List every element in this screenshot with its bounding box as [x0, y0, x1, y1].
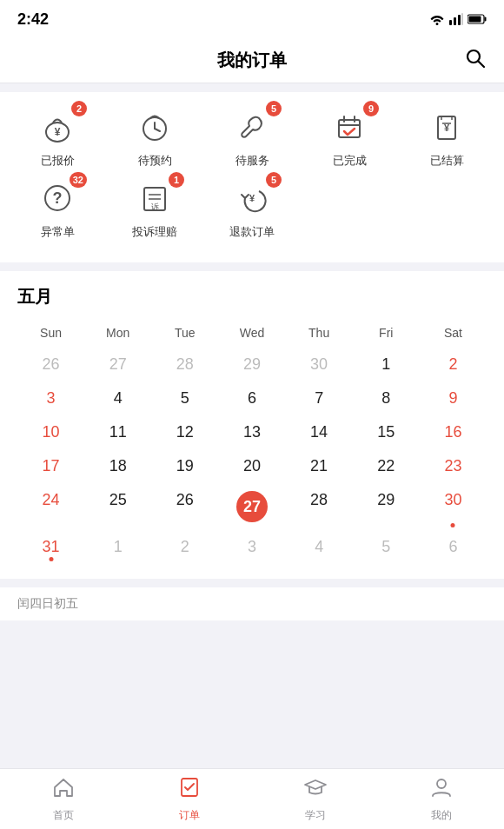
day-mon: Mon: [84, 322, 151, 343]
cal-day-15[interactable]: 15: [353, 416, 420, 448]
pending-appt-label: 待预约: [138, 153, 172, 169]
order-item-complaint[interactable]: 诉 1 投诉理赔: [116, 177, 194, 240]
cal-day-6-jun[interactable]: 6: [420, 531, 487, 563]
tab-profile[interactable]: 我的: [378, 775, 504, 823]
cal-day-30[interactable]: 30: [420, 484, 487, 529]
cal-day-5-jun[interactable]: 5: [353, 531, 420, 563]
day-sat: Sat: [420, 322, 487, 343]
cal-day-26-apr[interactable]: 26: [17, 348, 84, 381]
calendar-week-6: 31 1 2 3 4 5 6: [17, 531, 487, 563]
order-item-pending-appt[interactable]: 待预约: [116, 106, 194, 169]
refund-label: 退款订单: [229, 224, 275, 240]
cal-day-5[interactable]: 5: [151, 382, 218, 414]
order-item-completed[interactable]: 9 已完成: [310, 106, 388, 169]
pending-service-badge: 5: [266, 101, 282, 116]
orders-icon: [177, 775, 202, 806]
calendar-grid: Sun Mon Tue Wed Thu Fri Sat 26 27 28 29 …: [17, 322, 487, 563]
order-status-section: ¥ 2 已报价 待预约: [0, 92, 504, 262]
cal-day-3[interactable]: 3: [17, 382, 84, 414]
quoted-label: 已报价: [41, 153, 75, 169]
order-item-quoted[interactable]: ¥ 2 已报价: [18, 106, 96, 169]
cal-day-19[interactable]: 19: [151, 450, 218, 482]
svg-text:¥: ¥: [444, 123, 450, 133]
tab-profile-label: 我的: [431, 808, 452, 823]
cal-day-2[interactable]: 2: [420, 348, 487, 381]
cal-day-28-apr[interactable]: 28: [151, 348, 218, 381]
cal-day-26[interactable]: 26: [151, 484, 218, 529]
cal-day-29[interactable]: 29: [353, 484, 420, 529]
tab-study[interactable]: 学习: [252, 775, 378, 823]
day-thu: Thu: [286, 322, 353, 343]
home-icon: [51, 775, 76, 806]
cal-day-29-apr[interactable]: 29: [218, 348, 285, 381]
order-item-refund[interactable]: ¥ 5 退款订单: [213, 177, 291, 240]
completed-icon-wrap: 9: [328, 106, 370, 148]
cal-day-3-jun[interactable]: 3: [218, 531, 285, 563]
cal-day-1-jun[interactable]: 1: [84, 531, 151, 563]
receipt-icon: ¥: [426, 106, 468, 148]
pending-appt-icon-wrap: [134, 106, 176, 148]
cal-day-11[interactable]: 11: [84, 416, 151, 448]
cal-day-1[interactable]: 1: [353, 348, 420, 381]
refund-icon-wrap: ¥ 5: [231, 177, 273, 219]
cal-day-16[interactable]: 16: [420, 416, 487, 448]
calendar-month: 五月: [17, 285, 487, 308]
search-button[interactable]: [464, 47, 487, 75]
cal-day-31[interactable]: 31: [17, 531, 84, 563]
order-item-settled[interactable]: ¥ 已结算: [408, 106, 486, 169]
cal-day-17[interactable]: 17: [17, 450, 84, 482]
abnormal-label: 异常单: [41, 224, 75, 240]
tab-orders[interactable]: 订单: [126, 775, 252, 823]
status-time: 2:42: [17, 10, 49, 29]
svg-line-13: [155, 129, 160, 131]
cal-day-10[interactable]: 10: [17, 416, 84, 448]
svg-text:¥: ¥: [55, 126, 61, 138]
cal-day-13[interactable]: 13: [218, 416, 285, 448]
order-item-abnormal[interactable]: ? 32 异常单: [18, 177, 96, 240]
svg-rect-0: [449, 20, 452, 25]
cal-day-23[interactable]: 23: [420, 450, 487, 482]
order-row-1: ¥ 2 已报价 待预约: [9, 106, 495, 169]
complaint-icon-wrap: 诉 1: [134, 177, 176, 219]
clock-icon: [134, 106, 176, 148]
complaint-label: 投诉理赔: [132, 224, 177, 240]
cal-day-12[interactable]: 12: [151, 416, 218, 448]
completed-label: 已完成: [333, 153, 367, 169]
calendar-header-row: Sun Mon Tue Wed Thu Fri Sat: [17, 322, 487, 343]
cal-day-2-jun[interactable]: 2: [151, 531, 218, 563]
svg-rect-14: [339, 120, 360, 137]
wifi-icon: [429, 13, 445, 25]
cal-day-25[interactable]: 25: [84, 484, 151, 529]
tab-bar: 首页 订单 学习 我的: [0, 768, 504, 829]
cal-day-21[interactable]: 21: [286, 450, 353, 482]
cal-day-20[interactable]: 20: [218, 450, 285, 482]
cal-day-7[interactable]: 7: [286, 382, 353, 414]
quoted-icon-wrap: ¥ 2: [36, 106, 78, 148]
complaint-badge: 1: [169, 172, 184, 188]
cal-day-30-apr[interactable]: 30: [286, 348, 353, 381]
calendar-week-5: 24 25 26 27 28 29 30: [17, 484, 487, 529]
cal-day-24[interactable]: 24: [17, 484, 84, 529]
tab-home[interactable]: 首页: [0, 775, 126, 823]
cal-day-8[interactable]: 8: [353, 382, 420, 414]
order-item-pending-service[interactable]: 5 待服务: [213, 106, 291, 169]
cal-day-6[interactable]: 6: [218, 382, 285, 414]
pending-service-label: 待服务: [235, 153, 269, 169]
cal-day-9[interactable]: 9: [420, 382, 487, 414]
cal-day-4-jun[interactable]: 4: [286, 531, 353, 563]
cal-day-27-today[interactable]: 27: [218, 484, 285, 529]
cal-day-27-apr[interactable]: 27: [84, 348, 151, 381]
cal-day-22[interactable]: 22: [353, 450, 420, 482]
calendar-section: 五月 Sun Mon Tue Wed Thu Fri Sat 26 27 28 …: [0, 271, 504, 579]
completed-badge: 9: [363, 101, 379, 116]
svg-rect-3: [461, 13, 463, 25]
abnormal-badge: 32: [70, 172, 87, 188]
cal-day-14[interactable]: 14: [286, 416, 353, 448]
cal-day-28[interactable]: 28: [286, 484, 353, 529]
svg-text:¥: ¥: [249, 193, 255, 203]
calendar-week-3: 10 11 12 13 14 15 16: [17, 416, 487, 448]
cal-day-18[interactable]: 18: [84, 450, 151, 482]
settled-icon-wrap: ¥: [426, 106, 468, 148]
day-fri: Fri: [353, 322, 420, 343]
cal-day-4[interactable]: 4: [84, 382, 151, 414]
